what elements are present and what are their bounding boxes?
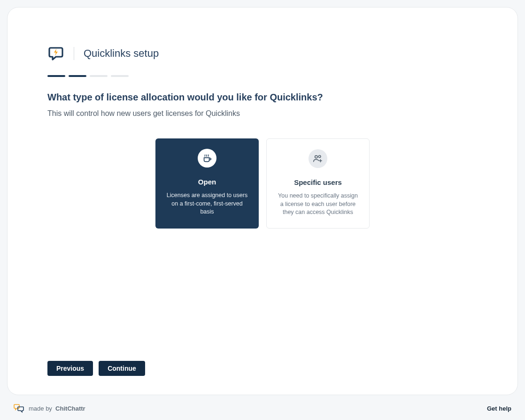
option-title: Specific users [294, 178, 342, 186]
question-title: What type of license allocation would yo… [47, 92, 478, 103]
progress-step [111, 75, 129, 77]
option-description: Licenses are assigned to users on a firs… [165, 191, 249, 216]
coffee-icon [198, 149, 216, 168]
question-subtitle: This will control how new users get lice… [47, 109, 478, 118]
svg-point-1 [318, 155, 321, 158]
option-open[interactable]: Open Licenses are assigned to users on a… [155, 138, 259, 229]
option-title: Open [198, 178, 216, 186]
footer-made-by: made by ChitChattr [29, 405, 85, 412]
footer-brand[interactable]: ChitChattr [55, 405, 85, 412]
footer: made by ChitChattr Get help [7, 395, 518, 413]
get-help-link[interactable]: Get help [487, 405, 511, 412]
progress-step [90, 75, 108, 77]
page-title: Quicklinks setup [84, 47, 159, 60]
progress-step [47, 75, 65, 77]
progress-bar [47, 75, 478, 77]
footer-left: made by ChitChattr [14, 404, 85, 413]
setup-card: Quicklinks setup What type of license al… [7, 7, 518, 395]
header-divider [74, 47, 74, 60]
app-logo-icon [47, 45, 64, 62]
option-description: You need to specifically assign a licens… [276, 192, 360, 217]
users-add-icon [309, 149, 327, 168]
option-specific-users[interactable]: Specific users You need to specifically … [266, 138, 370, 229]
header: Quicklinks setup [47, 45, 478, 62]
chitchattr-logo-icon [14, 404, 24, 413]
progress-step [69, 75, 86, 77]
button-row: Previous Continue [47, 361, 478, 376]
svg-point-0 [315, 156, 318, 159]
continue-button[interactable]: Continue [99, 361, 145, 376]
previous-button[interactable]: Previous [47, 361, 93, 376]
footer-made-by-text: made by [29, 405, 52, 412]
options-container: Open Licenses are assigned to users on a… [47, 138, 478, 229]
